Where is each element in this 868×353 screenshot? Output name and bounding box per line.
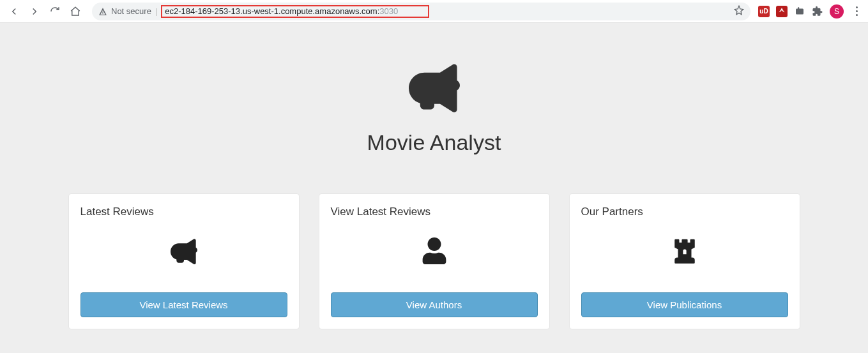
user-icon: [331, 237, 538, 267]
extensions-puzzle-icon[interactable]: [812, 6, 823, 17]
star-icon[interactable]: [734, 5, 744, 17]
browser-menu-button[interactable]: [850, 6, 863, 16]
bullhorn-icon: [0, 61, 868, 115]
card-title: View Latest Reviews: [331, 206, 538, 218]
view-latest-reviews-button[interactable]: View Latest Reviews: [80, 292, 287, 317]
divider: |: [155, 6, 157, 16]
rook-icon: [581, 237, 788, 267]
not-secure-label: Not secure: [111, 6, 151, 16]
url-host: ec2-184-169-253-13.us-west-1.compute.ama…: [165, 6, 379, 16]
view-authors-button[interactable]: View Authors: [331, 292, 538, 317]
reload-button[interactable]: [46, 3, 64, 20]
url-port: 3030: [379, 6, 398, 16]
page-title: Movie Analyst: [0, 130, 868, 155]
page-content: Movie Analyst Latest Reviews View Latest…: [0, 23, 868, 353]
toolbar-right: uD S: [758, 4, 863, 19]
hero-section: Movie Analyst: [0, 23, 868, 193]
view-publications-button[interactable]: View Publications: [581, 292, 788, 317]
browser-toolbar: Not secure | ec2-184-169-253-13.us-west-…: [0, 0, 868, 23]
address-bar[interactable]: Not secure | ec2-184-169-253-13.us-west-…: [92, 3, 750, 20]
bullhorn-icon: [80, 237, 287, 267]
acrobat-extension-icon[interactable]: [776, 6, 788, 17]
card-latest-reviews: Latest Reviews View Latest Reviews: [68, 193, 300, 329]
forward-button[interactable]: [26, 3, 43, 20]
url-highlight-box: ec2-184-169-253-13.us-west-1.compute.ama…: [161, 5, 429, 18]
not-secure-icon: [98, 7, 107, 16]
card-title: Our Partners: [581, 206, 788, 218]
svg-rect-1: [798, 7, 799, 9]
back-button[interactable]: [5, 3, 23, 20]
svg-rect-0: [796, 8, 803, 14]
extension-icon[interactable]: [794, 6, 805, 17]
home-button[interactable]: [66, 3, 84, 20]
card-our-partners: Our Partners View Publications: [569, 193, 800, 329]
profile-avatar[interactable]: S: [830, 4, 844, 19]
ublock-extension-icon[interactable]: uD: [758, 6, 770, 17]
cards-row: Latest Reviews View Latest Reviews View …: [0, 193, 868, 329]
card-view-latest-reviews: View Latest Reviews View Authors: [319, 193, 550, 329]
card-title: Latest Reviews: [80, 206, 287, 218]
